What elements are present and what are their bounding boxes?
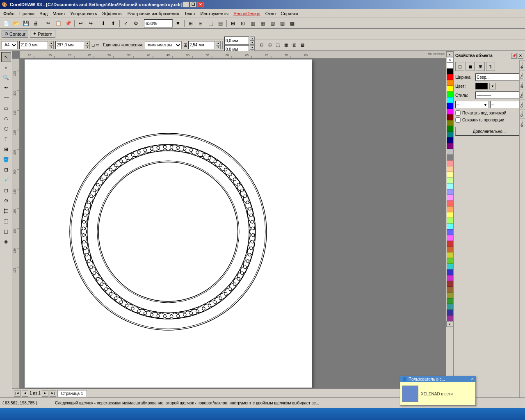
page-tab-1[interactable]: Страница 1 [57,390,87,397]
panel-pin-btn[interactable]: 📌 [511,53,517,59]
palette-color-000000[interactable] [447,68,453,74]
palette-color-ff66ff[interactable] [447,235,453,241]
prop-tab-outline[interactable]: ◻ [455,62,464,71]
side-tab-disp[interactable]: Ди... [520,80,525,90]
tb-snap2[interactable]: ⊟ [196,19,205,28]
tool-table[interactable]: ⊞ [1,144,11,154]
palette-color-339999[interactable] [447,304,453,310]
side-tab-kon[interactable]: Ко... [520,109,525,119]
palette-color-0000ff[interactable] [447,103,453,109]
palette-color-ffff00[interactable] [447,86,453,91]
tb-copy[interactable]: 📋 [54,19,63,28]
palette-color-999933[interactable] [447,292,453,298]
tb-align6[interactable]: ▨ [278,19,287,28]
tb-import[interactable]: ⬇ [99,19,108,28]
tb-cut[interactable]: ✂ [44,19,53,28]
snap-btn2[interactable]: ⊞ [266,41,274,49]
palette-color-3333cc[interactable] [447,269,453,275]
palette-color-6666ff[interactable] [447,229,453,235]
palette-color-ffff66[interactable] [447,212,453,218]
page-prev-btn[interactable]: ◄ [22,390,28,397]
palette-color-993333[interactable] [447,281,453,287]
palette-color-ff6666[interactable] [447,201,453,206]
tb-snap4[interactable]: ▤ [216,19,225,28]
palette-color-993399[interactable] [447,315,453,321]
tb-align2[interactable]: ⊡ [238,19,247,28]
prop-tab-fill[interactable]: ◼ [466,62,475,71]
palette-color-9999ff[interactable] [447,189,453,195]
grid-dpi-spin[interactable]: ▲▼ [216,41,221,49]
palette-color-800080[interactable] [447,143,453,149]
contour-button[interactable]: ⊙ Contour [2,30,28,38]
menu-securi[interactable]: SecuriDesign [231,10,262,17]
palette-color-008000[interactable] [447,126,453,132]
palette-scroll-down[interactable]: ▼ [446,321,454,327]
menu-edit[interactable]: Правка [17,10,37,17]
side-tab-peret[interactable]: Пе... [520,90,525,100]
tb-align7[interactable]: ▩ [288,19,297,28]
page-width-input[interactable] [19,41,48,49]
page-size-select[interactable]: A4 [2,41,18,49]
palette-color-ff8800[interactable] [447,80,453,86]
width-dropdown[interactable]: Свер... ▼ [475,73,523,81]
tool-eyedropper[interactable]: 💉 [1,175,11,185]
tool-text[interactable]: T [1,134,11,144]
tb-options[interactable]: ⚙ [131,19,140,28]
page-last-btn[interactable]: ►| [50,390,56,397]
pattern-button[interactable]: ✦ Pattern [30,30,55,38]
dd-right[interactable]: ─▼ [490,101,524,108]
page-height-input[interactable] [55,41,84,49]
tb-undo[interactable]: ↩ [76,19,85,28]
tool-freehand[interactable]: ✒ [1,83,11,93]
minimize-button[interactable]: _ [183,2,189,7]
prop-tab-table[interactable]: ⊞ [476,62,485,71]
tool-transparency[interactable]: ◈ [1,237,11,247]
grid-dpi-input[interactable] [188,41,215,49]
tool-zoom[interactable]: 🔍 [1,73,11,82]
tb-align3[interactable]: ▥ [248,19,257,28]
palette-color-00ffff[interactable] [447,97,453,103]
menu-help[interactable]: Справка [278,10,301,17]
palette-color-cc3333[interactable] [447,241,453,247]
menu-text[interactable]: Текст [182,10,198,17]
notify-close-btn[interactable]: ✕ [471,377,474,381]
palette-color-ffaa66[interactable] [447,206,453,212]
palette-color-ff9999[interactable] [447,160,453,166]
menu-arrange[interactable]: Упорядочить [68,10,99,17]
palette-color-ff99ff[interactable] [447,195,453,201]
menu-file[interactable]: Файл [1,10,17,17]
units-select[interactable]: миллиметры [145,41,182,49]
page-first-btn[interactable]: |◄ [14,390,21,397]
tool-mesh-fill[interactable]: ⊡ [1,165,11,175]
palette-color-ff00ff[interactable] [447,109,453,114]
palette-color-339933[interactable] [447,298,453,304]
palette-color-ffffff[interactable] [447,63,453,68]
tool-smart-draw[interactable]: 〰 [1,93,11,103]
x-input[interactable] [224,37,249,45]
tb-new[interactable]: 📄 [2,19,11,28]
tb-snap[interactable]: ⊞ [186,19,195,28]
side-tab-format2[interactable]: фо... [520,119,525,129]
palette-color-cc6633[interactable] [447,247,453,252]
snap-btn4[interactable]: ▦ [283,41,290,49]
canvas-area[interactable]: миллиметры 10 15 20 25 30 35 40 45 50 55… [12,51,453,397]
palette-color-33cccc[interactable] [447,264,453,269]
tb-save[interactable]: 💾 [21,19,30,28]
tb-align[interactable]: ⊞ [228,19,237,28]
style-dropdown[interactable]: ───── ▼ [475,91,523,99]
prop-tab-para[interactable]: ¶ [486,62,495,71]
palette-color-00ff00[interactable] [447,91,453,97]
snap-btn6[interactable]: ▩ [299,41,306,49]
tb-align4[interactable]: ▦ [258,19,267,28]
color-box[interactable] [475,83,488,89]
color-dropdown-btn[interactable]: ▼ [489,83,496,89]
menu-view[interactable]: Вид [37,10,50,17]
palette-color-99ffff[interactable] [447,183,453,189]
palette-color-000080[interactable] [447,137,453,143]
dd-left[interactable]: ─▼ [455,101,489,108]
tool-shadow[interactable]: ◫ [1,226,11,236]
snap-btn5[interactable]: ▥ [291,41,298,49]
palette-color-ff0000[interactable] [447,74,453,80]
tool-outline[interactable]: ◻ [1,185,11,195]
menu-tools[interactable]: Инструменты [198,10,231,17]
